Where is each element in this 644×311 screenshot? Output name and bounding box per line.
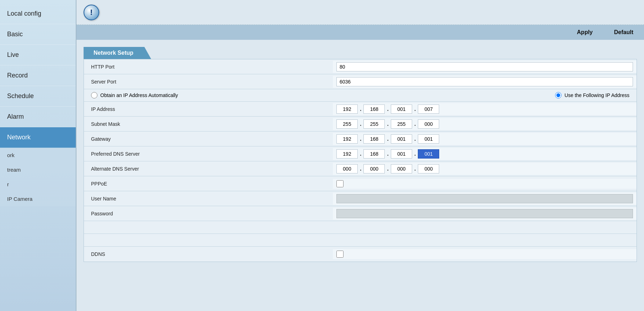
subnet-o3[interactable]	[391, 119, 412, 129]
sidebar-item-record[interactable]: Record	[0, 65, 76, 86]
apply-button[interactable]: Apply	[573, 28, 596, 37]
sidebar-item-live[interactable]: Live	[0, 45, 76, 65]
sidebar-item-network[interactable]: Network	[0, 127, 76, 148]
subnet-o1[interactable]	[336, 119, 358, 129]
sidebar-sub-label: tream	[7, 167, 21, 173]
server-port-row: Server Port	[84, 74, 637, 89]
http-port-row: HTTP Port	[84, 59, 637, 74]
username-row: User Name	[84, 191, 637, 206]
use-following-ip-option[interactable]: Use the Following IP Address	[555, 92, 629, 98]
ip-address-field: . . .	[336, 104, 633, 114]
top-bar: !	[76, 0, 644, 25]
adns-dot-1: .	[359, 166, 362, 172]
ddns-checkbox[interactable]	[336, 251, 344, 258]
sidebar-item-label: Schedule	[7, 92, 34, 100]
sidebar-item-label: Alarm	[7, 113, 24, 120]
gateway-row: Gateway . . .	[84, 132, 637, 146]
preferred-dns-label: Preferred DNS Server	[84, 148, 333, 160]
http-port-label: HTTP Port	[84, 61, 333, 73]
adns-dot-3: .	[414, 166, 416, 172]
adns-o4[interactable]	[418, 164, 439, 173]
http-port-input-area	[333, 61, 637, 73]
ip-mode-row: Obtain an IP Address Automatically Use t…	[84, 89, 637, 102]
pppoe-checkbox[interactable]	[336, 180, 344, 187]
gateway-dot-3: .	[414, 136, 416, 142]
ddns-label: DDNS	[84, 248, 333, 260]
gateway-field: . . .	[336, 134, 633, 144]
ip-address-input-area: . . .	[333, 103, 637, 115]
ip-o2[interactable]	[363, 104, 385, 114]
sidebar-sub-label: ork	[7, 152, 15, 158]
sidebar-item-basic[interactable]: Basic	[0, 24, 76, 45]
subnet-o2[interactable]	[363, 119, 385, 129]
sidebar-sub-label: r	[7, 181, 9, 187]
pppoe-row: PPPoE	[84, 176, 637, 191]
ip-dot-2: .	[386, 106, 389, 112]
gateway-label: Gateway	[84, 133, 333, 145]
password-input[interactable]	[336, 209, 633, 218]
gateway-input-area: . . .	[333, 133, 637, 145]
subnet-mask-input-area: . . .	[333, 118, 637, 130]
obtain-ip-option[interactable]: Obtain an IP Address Automatically	[91, 92, 178, 98]
password-label: Password	[84, 208, 333, 219]
sidebar-sub-label: IP Camera	[7, 196, 32, 202]
preferred-dns-row: Preferred DNS Server . . .	[84, 146, 637, 161]
password-input-area	[333, 208, 637, 220]
subnet-mask-label: Subnet Mask	[84, 118, 333, 130]
subnet-mask-field: . . .	[336, 119, 633, 129]
network-setup-tab[interactable]: Network Setup	[84, 47, 151, 59]
preferred-dns-input-area: . . .	[333, 148, 637, 160]
gateway-o2[interactable]	[363, 134, 385, 144]
gateway-o1[interactable]	[336, 134, 358, 144]
sidebar-sub-r[interactable]: r	[0, 177, 76, 192]
sidebar-sub-ork[interactable]: ork	[0, 148, 76, 162]
pdns-o1[interactable]	[336, 149, 358, 159]
subnet-dot-2: .	[386, 121, 389, 127]
sidebar-sub-ip-camera[interactable]: IP Camera	[0, 192, 76, 206]
username-input[interactable]	[336, 194, 633, 203]
adns-o2[interactable]	[363, 164, 385, 173]
alternate-dns-input-area: . . .	[333, 163, 637, 175]
use-following-ip-label: Use the Following IP Address	[564, 92, 629, 98]
ip-o3[interactable]	[391, 104, 412, 114]
ip-o1[interactable]	[336, 104, 358, 114]
sidebar-item-label: Record	[7, 72, 28, 79]
subnet-o4[interactable]	[418, 119, 439, 129]
use-following-ip-radio[interactable]	[555, 92, 561, 98]
sidebar-item-alarm[interactable]: Alarm	[0, 107, 76, 127]
pdns-o3[interactable]	[391, 149, 412, 159]
http-port-input[interactable]	[336, 62, 633, 71]
sidebar-item-label: Live	[7, 51, 19, 58]
username-input-area	[333, 193, 637, 205]
adns-o3[interactable]	[391, 164, 412, 173]
content-area: Network Setup HTTP Port Server Port	[76, 40, 644, 311]
sidebar-item-schedule[interactable]: Schedule	[0, 86, 76, 107]
pdns-dot-1: .	[359, 151, 362, 157]
sidebar-sub-stream[interactable]: tream	[0, 162, 76, 177]
pdns-dot-2: .	[386, 151, 389, 157]
empty-row-2	[84, 234, 637, 247]
gateway-o3[interactable]	[391, 134, 412, 144]
gateway-o4[interactable]	[418, 134, 439, 144]
sidebar-item-local-config[interactable]: Local config	[0, 4, 76, 24]
pdns-o4[interactable]	[418, 149, 439, 159]
server-port-input-area	[333, 76, 637, 88]
subnet-mask-row: Subnet Mask . . .	[84, 117, 637, 132]
adns-o1[interactable]	[336, 164, 358, 173]
obtain-ip-label: Obtain an IP Address Automatically	[100, 92, 178, 98]
alternate-dns-field: . . .	[336, 164, 633, 173]
username-label: User Name	[84, 193, 333, 204]
ip-o4[interactable]	[418, 104, 439, 114]
pppoe-label: PPPoE	[84, 178, 333, 189]
sidebar-item-label: Network	[7, 134, 31, 141]
ip-address-row: IP Address . . .	[84, 102, 637, 117]
sidebar-item-label: Basic	[7, 31, 23, 38]
network-setup-form: HTTP Port Server Port Obtain an IP Addre…	[84, 59, 637, 262]
default-button[interactable]: Default	[611, 28, 637, 37]
main-content: ! Apply Default Network Setup HTTP Port …	[76, 0, 644, 311]
server-port-label: Server Port	[84, 76, 333, 87]
server-port-input[interactable]	[336, 77, 633, 86]
subnet-dot-3: .	[414, 121, 416, 127]
obtain-ip-radio[interactable]	[91, 92, 97, 98]
pdns-o2[interactable]	[363, 149, 385, 159]
